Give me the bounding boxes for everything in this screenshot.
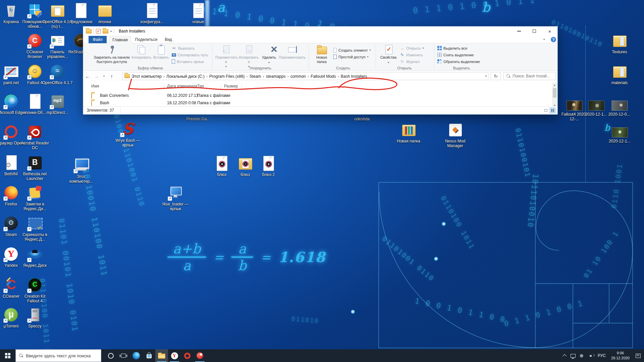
column-divider[interactable] [221,83,221,89]
open-button[interactable]: → Открыть ▾ [400,45,424,51]
column-name[interactable]: Имя [91,84,99,88]
column-divider[interactable] [194,83,194,89]
desktop-icon[interactable]: 2020-12-0... [603,99,635,111]
edit-button[interactable]: ✎ Изменить [400,52,424,58]
desktop-icon[interactable]: ↗OpenOffice 4.1.7 [42,64,73,79]
collapse-ribbon-icon[interactable]: ▴ [543,37,545,41]
delete-button[interactable]: Удалить ▾ [261,45,277,66]
cut-button[interactable]: ✂ Вырезать [172,45,208,51]
desktop-icon[interactable]: ↗f4se_loader — ярлык [160,185,191,200]
select-none-button[interactable]: Снять выделение [437,52,480,58]
scrollbar[interactable]: ▲ ▼ [552,83,557,108]
desktop-icon[interactable]: японки [89,3,120,18]
desktop-icon[interactable]: ↗Яндекс.Диск [19,246,51,262]
taskbar-app-opera[interactable] [181,349,194,362]
taskbar-app-task-view[interactable] [117,349,130,362]
taskbar-search-input[interactable]: Введите здесь текст для поиска [15,349,101,362]
display-tray-icon[interactable] [569,349,578,362]
properties-check-icon[interactable]: ✓ [96,29,101,34]
desktop-icon[interactable]: ↗Заметки в Яндекс.Ди... [19,185,51,200]
taskbar-app-cortana[interactable] [104,349,117,362]
column-divider[interactable] [241,83,242,89]
history-button[interactable]: ↻ Журнал [400,59,424,64]
breadcrumb-item[interactable]: Локальный диск (C:) [165,74,206,79]
new-folder-icon[interactable] [103,29,108,34]
column-date[interactable]: Дата изменения [167,84,197,88]
network-tray-icon[interactable]: ⊕ [578,349,586,362]
desktop-icon[interactable]: блюз 2 [253,156,284,171]
breadcrumb-item[interactable]: Steam [248,74,263,79]
close-button[interactable]: × [542,26,557,36]
invert-selection-button[interactable]: Обратить выделение [437,59,480,64]
taskbar-app-store[interactable] [143,349,155,362]
file-row[interactable]: Bash18.12.2020 0:08Папка с файлами [83,100,553,107]
forward-button[interactable]: → [92,73,101,79]
desktop-icon[interactable]: Textures [604,33,635,48]
scroll-up-icon[interactable]: ▲ [552,83,557,87]
desktop-icon[interactable]: ↗Wrye Bash — ярлык [112,121,144,137]
copy-button[interactable]: Копировать [131,45,151,66]
select-all-button[interactable]: Выделить все [437,45,480,51]
hidden-icons-chevron[interactable] [561,349,569,362]
rename-button[interactable]: Переименовать [278,45,307,66]
thumbnail-view-button[interactable] [550,108,555,113]
volume-tray-icon[interactable]: ◄ [586,349,595,362]
paste-button[interactable]: Вставить [152,45,170,66]
desktop-icon[interactable]: materials [604,64,635,79]
maximize-button[interactable] [527,26,542,36]
column-size[interactable]: Размер [224,84,238,88]
taskbar-app-explorer[interactable] [155,349,168,362]
desktop-icon[interactable]: новые [182,3,214,18]
taskbar-app-yandex-browser[interactable] [168,349,181,362]
recent-locations-icon[interactable]: ▾ [101,74,107,78]
address-bar[interactable]: Этот компьютер›Локальный диск (C:)›Progr… [122,72,488,80]
column-type[interactable]: Тип [197,84,204,88]
breadcrumb-item[interactable]: common [289,74,308,79]
breadcrumb-item[interactable]: Этот компьютер [130,74,163,79]
desktop-icon[interactable]: ↗Creation Kit Fallout 4 [19,277,51,293]
breadcrumb-item[interactable]: steamapps [264,74,287,79]
desktop-icon[interactable]: Nexus Mod Manager [439,122,471,137]
refresh-button[interactable]: ↻ [491,72,501,80]
desktop-icon[interactable]: конфигура... [136,3,168,18]
breadcrumb-item[interactable]: Program Files (x86) [208,74,246,79]
new-item-button[interactable]: Создать элемент ▾ [333,47,371,53]
back-button[interactable]: ← [83,73,92,79]
desktop-icon[interactable]: ↗Скриншоты в Яндекс.Д... [19,216,51,231]
tab-share[interactable]: Поделиться [133,36,159,43]
desktop-icon[interactable]: ↗mp3Direct... [42,94,73,109]
chevron-down-icon[interactable]: ▾ [110,30,112,33]
tab-view[interactable]: Вид [162,36,175,43]
language-indicator[interactable]: РУС [595,349,608,362]
scrollbar-thumb[interactable] [553,88,556,98]
action-center-icon[interactable] [632,349,644,362]
taskbar-app-browser[interactable] [194,349,206,362]
new-folder-button[interactable]: Новая папка [312,45,331,66]
minimize-button[interactable] [511,26,527,36]
easy-access-button[interactable]: Простой доступ ▾ [333,54,371,60]
address-dropdown-icon[interactable]: ▾ [485,74,487,78]
move-to-button[interactable]: Переместить в ▾ [215,45,237,66]
desktop-icon[interactable]: ↗Этот компьютер... [65,158,97,173]
taskbar-app-edge[interactable] [130,349,143,362]
pin-to-quick-access-button[interactable]: Закрепить на панели быстрого доступа [93,45,130,66]
column-divider[interactable] [164,83,164,89]
copy-path-button[interactable]: W Скопировать путь [172,52,208,58]
copy-to-button[interactable]: Копировать в ▾ [238,45,260,66]
details-view-button[interactable] [543,108,549,113]
search-input[interactable]: Поиск: Bash Install... [503,72,555,80]
up-button[interactable]: ↑ [107,73,116,79]
desktop-icon[interactable]: ↗Bethesda.net Launcher [19,155,51,170]
title-bar[interactable]: ✓ ▾ Bash Installers × [83,26,557,36]
desktop-icon[interactable]: Новая папка [393,122,424,137]
paste-shortcut-button[interactable]: Вставить ярлык [172,59,208,64]
breadcrumb-item[interactable]: Fallout4 Mods [309,74,337,79]
desktop-icon[interactable]: ↗Speccy [19,307,51,322]
tab-home[interactable]: Главная [109,36,131,43]
desktop-icon[interactable]: ↗Acrobat Reader DC [19,124,51,139]
properties-button[interactable]: Свойства ▾ [379,45,398,66]
tab-file[interactable]: Файл [89,36,107,43]
breadcrumb-item[interactable]: Bash Installers [339,74,369,79]
folder-icon[interactable] [86,29,92,34]
desktop-icon[interactable]: 2020-12-1... [604,126,635,137]
